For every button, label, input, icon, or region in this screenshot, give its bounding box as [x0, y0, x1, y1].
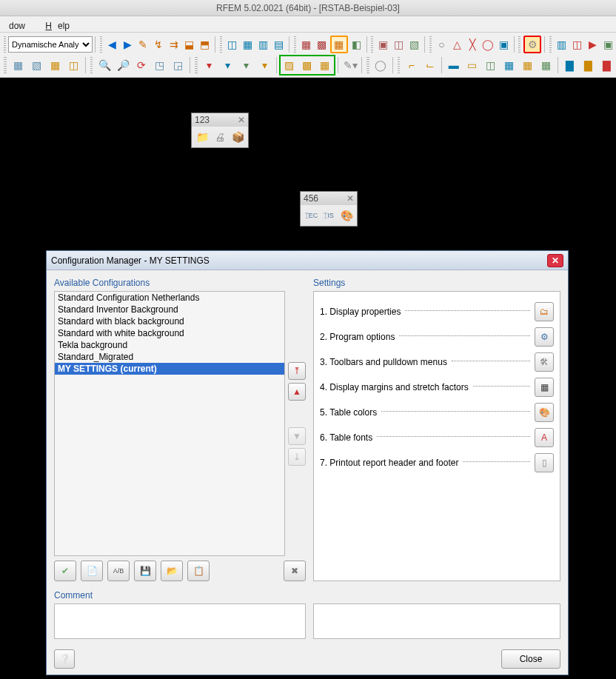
- table-fonts-button[interactable]: A: [535, 428, 554, 447]
- tool-icon[interactable]: ◧: [349, 36, 364, 53]
- toolbar-grip[interactable]: [549, 36, 552, 53]
- toolbars-menus-button[interactable]: 🛠: [535, 352, 554, 372]
- tool-icon[interactable]: ▇: [598, 56, 615, 74]
- menu-window[interactable]: dow: [3, 19, 31, 33]
- analysis-type-combo[interactable]: Dynamische Analy: [8, 36, 93, 53]
- tool-icon[interactable]: ⌐: [403, 56, 420, 74]
- tool-icon[interactable]: ⌙: [421, 56, 438, 74]
- tool-icon[interactable]: ◫: [65, 56, 82, 74]
- tool-icon[interactable]: ▦: [241, 36, 255, 53]
- tool-icon[interactable]: ◫: [482, 56, 499, 74]
- close-icon[interactable]: ✕: [346, 193, 354, 204]
- move-top-button[interactable]: ⤒: [288, 362, 306, 380]
- palette-icon[interactable]: 🎨: [340, 207, 354, 224]
- configurations-listbox[interactable]: Standard Configuration Netherlands Stand…: [54, 291, 285, 556]
- program-options-button[interactable]: ⚙: [535, 327, 554, 347]
- box-icon[interactable]: 📦: [231, 129, 245, 145]
- list-item[interactable]: Standard Configuration Netherlands: [55, 292, 284, 304]
- table-colors-button[interactable]: 🎨: [535, 403, 554, 422]
- close-button[interactable]: Close: [501, 649, 560, 669]
- tool-icon[interactable]: ▤: [272, 36, 286, 53]
- menu-help[interactable]: Help: [33, 16, 76, 36]
- toolbar-grip[interactable]: [371, 36, 373, 53]
- save-button[interactable]: 💾: [134, 561, 156, 581]
- tool-icon[interactable]: 🔍: [96, 56, 113, 74]
- dialog-close-button[interactable]: ✕: [547, 254, 563, 267]
- tool-icon[interactable]: ◲: [170, 56, 187, 74]
- new-button[interactable]: 📄: [81, 561, 103, 581]
- apply-button[interactable]: ✔: [54, 561, 76, 581]
- toolbar-grip[interactable]: [294, 36, 296, 53]
- open-folder-button[interactable]: 📂: [161, 561, 183, 581]
- tool-icon[interactable]: ▾: [238, 56, 255, 74]
- highlighted-tool-green-2[interactable]: ▩: [298, 56, 316, 74]
- tool-icon[interactable]: ▦: [500, 56, 518, 74]
- tool-icon[interactable]: ⬓: [183, 36, 197, 53]
- list-item-selected[interactable]: MY SETTINGS (current): [55, 363, 284, 375]
- tool-icon[interactable]: ▧: [407, 36, 421, 53]
- section-ec-icon[interactable]: ⌶EC: [304, 207, 318, 224]
- help-button[interactable]: ❔: [54, 649, 75, 669]
- display-margins-button[interactable]: ▦: [535, 378, 554, 397]
- tool-icon[interactable]: ◫: [392, 36, 406, 53]
- move-bottom-button[interactable]: ⤓: [288, 448, 306, 466]
- tool-icon[interactable]: ▇: [580, 56, 597, 74]
- list-item[interactable]: Standard Inventor Background: [55, 304, 284, 315]
- tool-icon[interactable]: ⟳: [133, 56, 150, 74]
- tool-icon[interactable]: ◯: [372, 56, 389, 74]
- display-properties-button[interactable]: 🗂: [535, 302, 554, 321]
- print-icon[interactable]: 🖨: [212, 129, 227, 145]
- list-item[interactable]: Standard_Migrated: [55, 351, 284, 363]
- section-is-icon[interactable]: ⌶IS: [321, 207, 335, 224]
- tool-icon[interactable]: ◫: [225, 36, 239, 53]
- nav-prev-icon[interactable]: ▶: [121, 36, 135, 53]
- list-item[interactable]: Standard with black background: [55, 315, 284, 327]
- printout-header-footer-button[interactable]: ▯: [535, 453, 554, 472]
- tool-icon[interactable]: ◳: [151, 56, 168, 74]
- tool-icon[interactable]: ▣: [497, 36, 511, 53]
- tool-icon[interactable]: △: [450, 36, 464, 53]
- tool-icon[interactable]: ▭: [463, 56, 481, 74]
- highlighted-tool-green-1[interactable]: ▨: [281, 56, 298, 74]
- tool-icon[interactable]: ▾: [219, 56, 236, 74]
- tool-icon[interactable]: ▦: [299, 36, 313, 53]
- toolbar-grip[interactable]: [398, 57, 401, 73]
- toolbar-grip[interactable]: [220, 36, 222, 53]
- toolbar-grip[interactable]: [429, 36, 432, 53]
- move-up-button[interactable]: ▲: [288, 383, 306, 401]
- nav-first-icon[interactable]: ◀: [105, 36, 119, 53]
- move-down-button[interactable]: ▼: [288, 427, 306, 445]
- toolbar-grip[interactable]: [100, 36, 102, 53]
- tool-icon[interactable]: ▾: [256, 56, 273, 74]
- toolbar-grip[interactable]: [4, 57, 7, 73]
- tool-icon[interactable]: ⇉: [167, 36, 181, 53]
- tool-icon[interactable]: ▶: [586, 36, 600, 53]
- tool-icon[interactable]: ╳: [466, 36, 480, 53]
- close-icon[interactable]: ✕: [238, 115, 245, 125]
- highlighted-tool-orange[interactable]: ▦: [330, 36, 348, 53]
- tool-icon[interactable]: ▦: [47, 56, 64, 74]
- dialog-titlebar[interactable]: Configuration Manager - MY SETTINGS ✕: [47, 251, 568, 270]
- tool-icon[interactable]: ◫: [570, 36, 584, 53]
- toolbar-grip[interactable]: [518, 36, 520, 53]
- comment-textarea[interactable]: [54, 603, 306, 639]
- tool-icon[interactable]: ✎▾: [341, 56, 358, 74]
- tool-icon[interactable]: ▾: [201, 56, 218, 74]
- folder-icon[interactable]: 📁: [195, 129, 209, 145]
- floating-toolbar-123[interactable]: 123 ✕ 📁 🖨 📦: [191, 113, 249, 148]
- tool-icon[interactable]: ▦: [519, 56, 536, 74]
- toolbar-grip[interactable]: [366, 57, 369, 73]
- tool-icon[interactable]: 🔎: [114, 56, 131, 74]
- floating-toolbar-456[interactable]: 456 ✕ ⌶EC ⌶IS 🎨: [300, 191, 358, 227]
- tool-icon[interactable]: ↯: [152, 36, 166, 53]
- delete-button[interactable]: ✖: [284, 561, 306, 581]
- copy-button[interactable]: 📋: [187, 561, 210, 581]
- tool-icon[interactable]: ▬: [445, 56, 462, 74]
- tool-icon[interactable]: ▦: [10, 56, 27, 74]
- list-item[interactable]: Standard with white background: [55, 327, 284, 339]
- toolbar-grip[interactable]: [90, 57, 93, 73]
- tool-icon[interactable]: ✎: [136, 36, 150, 53]
- tool-icon[interactable]: ▣: [601, 36, 615, 53]
- tool-icon[interactable]: ▥: [256, 36, 270, 53]
- tool-icon[interactable]: ▦: [538, 56, 555, 74]
